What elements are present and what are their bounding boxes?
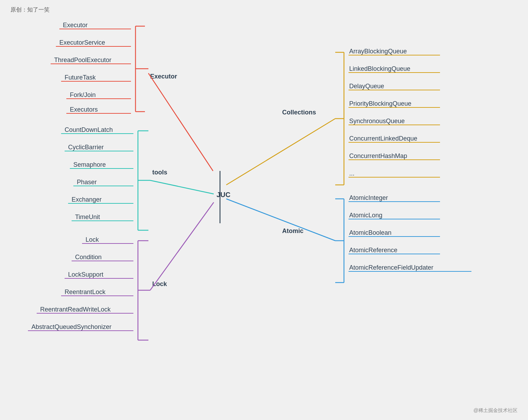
mind-map-svg: JUC Executor Executor ExecutorService Th…	[0, 0, 528, 420]
executor-item-4: Fork/Join	[70, 91, 96, 98]
canvas: 原创：知了一笑 @稀土掘金技术社区 JUC Executor Executor …	[0, 0, 528, 420]
col-item-0: ArrayBlockingQueue	[349, 48, 407, 55]
tools-item-5: TimeUnit	[75, 213, 100, 220]
lock-item-1: Condition	[75, 254, 102, 261]
lock-item-3: ReentrantLock	[65, 288, 106, 295]
svg-line-10	[148, 73, 213, 171]
atomic-item-4: AtomicReferenceFieldUpdater	[349, 264, 433, 271]
atomic-item-1: AtomicLong	[349, 212, 382, 219]
atomic-item-0: AtomicInteger	[349, 194, 388, 201]
svg-line-21	[150, 180, 214, 194]
lock-item-5: AbstractQueuedSynchonizer	[31, 323, 111, 330]
tools-item-2: Semaphore	[73, 161, 106, 168]
collections-group-label: Collections	[282, 109, 316, 116]
executor-item-0: Executor	[63, 22, 88, 29]
executor-item-5: Executors	[70, 106, 98, 113]
tools-item-4: Exchanger	[72, 196, 102, 203]
col-item-3: PriorityBlockingQueue	[349, 100, 411, 107]
executor-item-3: FutureTask	[65, 74, 96, 81]
svg-line-55	[226, 199, 335, 241]
col-item-5: ConcurrentLinkedDeque	[349, 135, 417, 142]
col-item-6: ConcurrentHashMap	[349, 152, 407, 159]
executor-group-label: Executor	[150, 73, 177, 80]
col-item-1: LinkedBlockingQueue	[349, 65, 410, 72]
svg-line-45	[226, 119, 335, 185]
tools-item-0: CountDownLatch	[65, 126, 113, 133]
col-item-4: SynchronousQueue	[349, 118, 405, 125]
tools-group-label: tools	[152, 169, 167, 176]
col-item-7: ...	[349, 170, 354, 177]
lock-item-4: ReentrantReadWriteLock	[40, 306, 111, 313]
atomic-item-3: AtomicReference	[349, 247, 397, 254]
executor-item-1: ExecutorService	[59, 39, 105, 46]
col-item-2: DelayQueue	[349, 83, 384, 90]
lock-item-2: LockSupport	[68, 271, 103, 278]
tools-item-3: Phaser	[77, 179, 97, 186]
juc-label: JUC	[217, 191, 230, 198]
tools-item-1: CyclicBarrier	[68, 144, 104, 151]
lock-item-0: Lock	[86, 236, 99, 243]
svg-line-32	[150, 202, 214, 290]
executor-item-2: ThreadPoolExecutor	[54, 57, 111, 63]
atomic-group-label: Atomic	[282, 227, 303, 234]
atomic-item-2: AtomicBoolean	[349, 229, 391, 236]
